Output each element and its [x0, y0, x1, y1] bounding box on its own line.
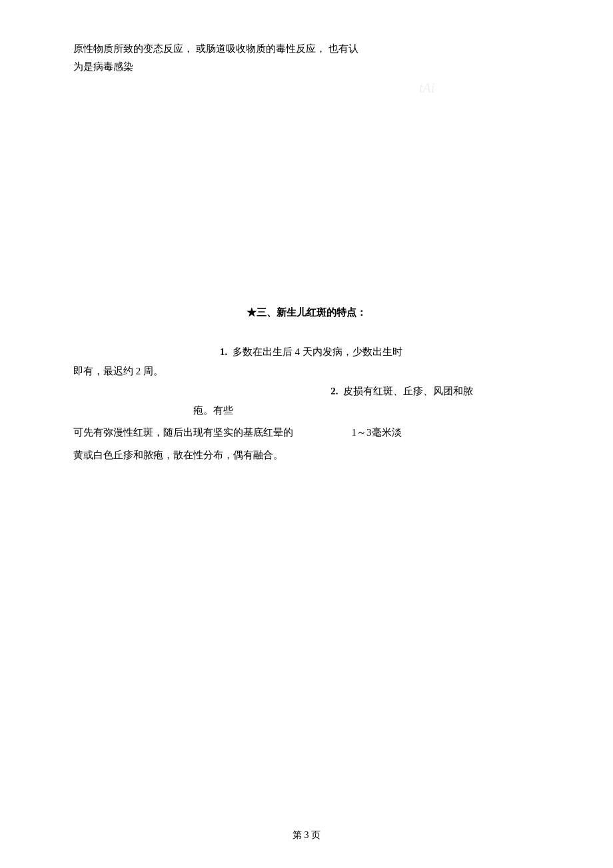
top-line1: 原性物质所致的变态反应， 或肠道吸收物质的毒性反应， 也有认	[73, 40, 540, 58]
page-container: tAi 原性物质所致的变态反应， 或肠道吸收物质的毒性反应， 也有认 为是病毒感…	[0, 0, 613, 868]
item-4-line: 黄或白色丘疹和脓疱，散在性分布，偶有融合。	[73, 446, 540, 465]
item-2: 2. 皮损有红斑、丘疹、风团和脓 疱。有些	[73, 382, 540, 420]
blank-space	[73, 76, 540, 302]
section-title-text: ★三、新生儿红斑的特点：	[247, 307, 366, 318]
item-2-line1: 2. 皮损有红斑、丘疹、风团和脓	[73, 382, 540, 401]
top-paragraph: 原性物质所致的变态反应， 或肠道吸收物质的毒性反应， 也有认 为是病毒感染	[73, 40, 540, 76]
item-1-line2: 即有，最迟约 2 周。	[73, 362, 540, 381]
item-1: 1. 多数在出生后 4 天内发病，少数出生时 即有，最迟约 2 周。	[73, 342, 540, 380]
item-1-line1: 1. 多数在出生后 4 天内发病，少数出生时	[73, 342, 540, 362]
section-title: ★三、新生儿红斑的特点：	[73, 302, 540, 322]
item-1-label: 1.	[220, 346, 230, 357]
item-3-inline: 1～3毫米淡	[352, 427, 402, 438]
item-2-text1: 皮损有红斑、丘疹、风团和脓	[343, 386, 473, 396]
item-2-line2: 疱。有些	[73, 401, 540, 420]
page-number: 第 3 页	[0, 829, 613, 841]
item-1-text1: 多数在出生后 4 天内发病，少数出生时	[233, 346, 402, 357]
item-3-line1: 可先有弥漫性红斑，随后出现有坚实的基底红晕的 1～3毫米淡	[73, 423, 540, 442]
top-line2: 为是病毒感染	[73, 58, 540, 76]
bottom-spacer	[73, 464, 540, 544]
watermark-tai: tAi	[419, 81, 434, 96]
item-2-label: 2.	[330, 386, 340, 396]
item-3-text1: 可先有弥漫性红斑，随后出现有坚实的基底红晕的	[73, 427, 293, 438]
content-block: 1. 多数在出生后 4 天内发病，少数出生时 即有，最迟约 2 周。 2. 皮损…	[73, 342, 540, 464]
